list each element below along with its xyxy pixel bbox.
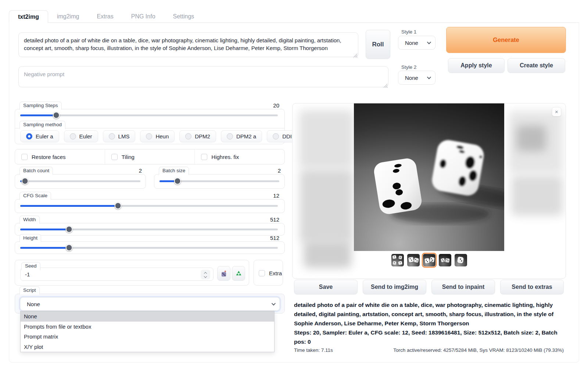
prompt-input[interactable]: detailed photo of a pair of white die on…	[18, 32, 358, 57]
batch-size-value: 2	[278, 167, 281, 174]
sampler-euler-a[interactable]: Euler a	[20, 130, 59, 142]
radio-icon	[70, 133, 76, 139]
sampling-steps-slider[interactable]	[20, 114, 278, 116]
slider-fill	[20, 114, 56, 116]
width-value: 512	[270, 216, 279, 223]
thumbnail-2[interactable]	[407, 254, 420, 266]
send-to-img2img-button[interactable]: Send to img2img	[363, 280, 426, 294]
thumbnail-5[interactable]	[455, 254, 467, 266]
script-option-prompt-matrix[interactable]: Prompt matrix	[21, 332, 274, 342]
width-slider[interactable]	[20, 229, 278, 230]
restore-faces-checkbox[interactable]: Restore faces	[15, 149, 105, 164]
roll-button[interactable]: Roll	[366, 30, 390, 59]
seed-input[interactable]: Seed -1	[20, 268, 214, 281]
slider-knob[interactable]	[66, 244, 73, 251]
thumbnail-1[interactable]	[391, 254, 404, 266]
width-block: Width 512	[15, 223, 285, 236]
thumbnail-3-selected[interactable]	[423, 254, 435, 266]
tab-extras[interactable]: Extras	[88, 10, 122, 23]
slider-knob[interactable]	[22, 178, 29, 185]
radio-label: DPM2	[195, 133, 210, 139]
sampler-lms[interactable]: LMS	[103, 130, 136, 142]
script-option-prompts-from-file[interactable]: Prompts from file or textbox	[21, 322, 274, 332]
negative-prompt-input[interactable]	[18, 66, 388, 87]
chevron-down-icon	[272, 301, 276, 305]
blurred-gallery-image	[517, 125, 546, 151]
dice-thumb-image	[439, 254, 451, 266]
tiling-checkbox[interactable]: Tiling	[105, 149, 195, 164]
batch-count-block: Batch count 2	[15, 174, 146, 189]
gallery-actions: Save Send to img2img Send to inpaint Sen…	[294, 280, 564, 294]
height-value: 512	[270, 235, 279, 241]
gallery-panel: ×	[292, 103, 566, 279]
sampler-heun[interactable]: Heun	[140, 130, 175, 142]
script-option-xy-plot[interactable]: X/Y plot	[21, 342, 274, 352]
thumbnail-4[interactable]	[439, 254, 451, 266]
dice-thumb-image	[423, 254, 435, 266]
send-to-inpaint-button[interactable]: Send to inpaint	[431, 280, 495, 294]
save-button[interactable]: Save	[294, 280, 358, 294]
generated-image[interactable]	[354, 103, 504, 251]
send-to-extras-button[interactable]: Send to extras	[500, 280, 564, 294]
blurred-gallery-image	[299, 110, 354, 168]
vram-stats: Torch active/reserved: 4257/5284 MiB, Sy…	[393, 347, 564, 353]
slider-knob[interactable]	[174, 178, 181, 185]
slider-knob[interactable]	[115, 202, 122, 209]
sampler-euler[interactable]: Euler	[64, 130, 98, 142]
height-label: Height	[19, 234, 41, 242]
style1-dropdown[interactable]: None	[398, 36, 435, 50]
output-prompt-text: detailed photo of a pair of white die on…	[294, 300, 564, 328]
tab-bar: txt2img img2img Extras PNG Info Settings	[9, 10, 579, 23]
seed-stepper[interactable]	[201, 270, 210, 279]
highres-fix-checkbox[interactable]: Highres. fix	[194, 149, 284, 164]
sampling-steps-value: 20	[273, 102, 279, 109]
dice-thumb-image	[391, 254, 404, 266]
tab-png-info[interactable]: PNG Info	[122, 10, 164, 23]
apply-style-button[interactable]: Apply style	[448, 58, 505, 73]
dice-thumb-image	[455, 254, 467, 266]
batch-count-value: 2	[139, 167, 142, 174]
script-option-none[interactable]: None	[21, 311, 274, 322]
script-dropdown[interactable]: None	[20, 297, 280, 311]
batch-count-label: Batch count	[19, 167, 53, 175]
style1-value: None	[405, 40, 418, 46]
tab-settings[interactable]: Settings	[164, 10, 203, 23]
script-label: Script	[19, 286, 40, 294]
sampling-method-label: Sampling method	[19, 121, 65, 129]
blurred-gallery-image	[511, 175, 563, 216]
slider-knob[interactable]	[53, 112, 60, 119]
style2-dropdown[interactable]: None	[398, 71, 435, 85]
tab-img2img[interactable]: img2img	[48, 10, 88, 23]
extra-checkbox[interactable]: Extra	[259, 270, 282, 276]
tab-txt2img[interactable]: txt2img	[9, 10, 48, 23]
checkbox-icon	[111, 154, 118, 160]
reuse-seed-button[interactable]	[232, 266, 245, 281]
height-slider[interactable]	[20, 247, 278, 249]
sampler-dpm2-a[interactable]: DPM2 a	[221, 130, 262, 142]
batch-size-block: Batch size 2	[154, 174, 285, 189]
checkbox-label: Extra	[269, 270, 282, 276]
time-taken: Time taken: 7.11s	[294, 347, 333, 353]
chevron-down-icon	[427, 40, 431, 44]
cfg-scale-slider[interactable]	[20, 205, 278, 207]
generate-button[interactable]: Generate	[446, 27, 566, 53]
seed-block: Seed -1	[15, 260, 249, 286]
seed-value: -1	[25, 271, 30, 277]
recycle-icon	[235, 270, 242, 277]
batch-count-slider[interactable]	[20, 180, 140, 182]
close-image-button[interactable]: ×	[552, 107, 561, 116]
random-seed-button[interactable]	[217, 266, 230, 281]
sampler-dpm2[interactable]: DPM2	[179, 130, 216, 142]
radio-icon	[227, 133, 233, 139]
seed-label: Seed	[21, 262, 40, 270]
output-params: Steps: 20, Sampler: Euler a, CFG scale: …	[294, 328, 564, 346]
generation-info: detailed photo of a pair of white die on…	[294, 300, 564, 353]
slider-knob[interactable]	[66, 226, 73, 233]
batch-size-slider[interactable]	[159, 180, 279, 182]
app-root: txt2img img2img Extras PNG Info Settings…	[0, 0, 588, 368]
style2-value: None	[405, 75, 418, 81]
chevron-down-icon	[427, 75, 431, 79]
create-style-button[interactable]: Create style	[508, 58, 565, 73]
sampling-group: Sampling Steps 20 Sampling method Euler …	[15, 109, 285, 144]
slider-fill	[20, 205, 118, 207]
